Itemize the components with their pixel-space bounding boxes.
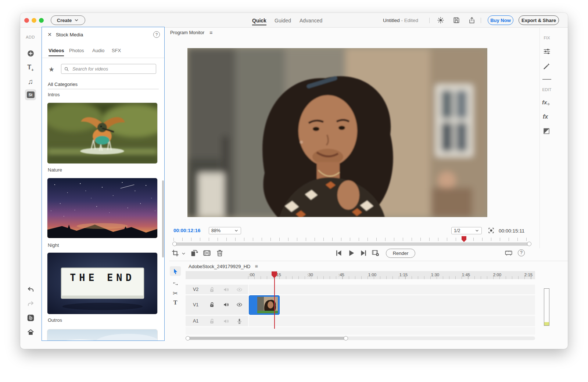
effects-button[interactable]: fx [542,99,553,106]
category-filter[interactable]: All Categories [48,82,78,87]
home-button[interactable] [25,327,36,338]
app-window: Create Quick Guided Advanced Untitled - … [20,13,568,349]
tab-quick[interactable]: Quick [252,18,266,25]
tab-advanced[interactable]: Advanced [300,18,322,24]
transitions-button[interactable] [543,127,550,135]
selection-tool-button[interactable] [170,266,181,276]
create-label: Create [57,18,72,23]
category-label-outros[interactable]: Outros [48,317,62,323]
panel-scrollbar[interactable] [162,180,164,257]
stock-video-thumb-intros[interactable] [47,102,158,164]
zoom-handle-right[interactable] [344,336,348,340]
buy-now-button[interactable]: Buy Now [488,15,513,25]
delete-button[interactable] [216,249,224,257]
share-icon[interactable] [468,17,476,24]
stock-video-thumb-outros[interactable] [47,329,158,341]
rotate-icon [190,249,198,257]
chevron-down-icon[interactable] [181,251,186,256]
current-timecode[interactable]: 00:00:12:16 [173,228,201,233]
video-preview[interactable] [187,48,487,217]
favorites-button[interactable]: ★ [49,65,54,73]
skip-back-button[interactable] [335,249,343,257]
cut-tool-button[interactable]: ✂ [170,288,181,298]
smart-fix-button[interactable] [543,62,551,70]
eye-icon[interactable] [236,302,243,308]
scrubber-right-handle[interactable] [527,242,531,246]
tab-guided[interactable]: Guided [275,18,291,24]
play-button[interactable] [347,249,355,257]
adjust-button[interactable] [543,47,551,55]
eye-icon[interactable] [236,286,243,293]
track-content-a1[interactable] [249,316,535,326]
skip-forward-button[interactable] [359,249,368,257]
audio-meter [544,288,549,326]
applied-effects-button[interactable]: fx [543,113,554,120]
playback-quality-select[interactable]: 1/2 [451,227,482,234]
microphone-icon[interactable] [236,318,243,324]
tab-videos[interactable]: Videos [49,48,64,56]
crop-icon [171,249,179,257]
tab-sfx[interactable]: SFX [112,48,121,53]
timeline-scrollbar-track[interactable] [186,336,535,340]
timeline-ruler[interactable]: :00 :15 :30 :45 1:00 1:15 1:30 1:45 2:00… [186,271,535,279]
organizer-button[interactable] [25,312,36,323]
search-input[interactable] [61,64,156,74]
fix-section-label: FIX [541,36,552,40]
crop-tool-button[interactable] [171,249,179,257]
fullscreen-icon[interactable] [488,227,495,234]
monitor-scrubber-track[interactable] [173,242,529,246]
rotate-tool-button[interactable] [190,249,198,257]
tab-photos[interactable]: Photos [69,48,84,53]
speaker-icon[interactable] [223,302,229,308]
track-content-v1[interactable] [249,295,535,315]
close-window-button[interactable] [24,18,29,23]
redo-button[interactable] [25,298,36,309]
track-content-v2[interactable] [249,285,535,294]
help-button[interactable]: ? [153,31,160,38]
text-tool-button[interactable]: T [170,298,181,307]
panel-menu-icon[interactable]: ≡ [209,30,212,36]
save-icon[interactable] [453,17,460,24]
zoom-handle-left[interactable] [186,336,190,340]
stock-media-button[interactable]: St [25,89,36,100]
undo-button[interactable] [25,284,36,295]
zoom-window-button[interactable] [39,18,44,23]
export-share-button[interactable]: Export & Share [519,15,559,25]
close-panel-button[interactable]: ✕ [46,32,53,38]
monitor-playhead-marker[interactable] [462,236,466,242]
timeline-clip[interactable] [249,295,280,315]
create-button[interactable]: Create [51,15,85,25]
lock-icon[interactable] [209,286,215,293]
lock-icon[interactable] [209,318,215,324]
tab-audio[interactable]: Audio [92,48,104,53]
slip-tool-button[interactable] [170,279,181,288]
add-text-button[interactable]: T+ [25,62,36,73]
kingfisher-image [47,103,157,163]
divider [48,89,159,89]
brightness-icon[interactable] [437,17,444,24]
speaker-icon[interactable] [223,286,229,293]
timeline-help-button[interactable]: ? [518,249,525,256]
zoom-level-select[interactable]: 88% [209,227,241,234]
speaker-icon[interactable] [223,318,229,324]
lock-icon[interactable] [209,302,215,308]
fit-timeline-button[interactable] [505,249,513,257]
add-media-button[interactable] [25,48,36,59]
render-button[interactable]: Render [386,249,415,258]
minimize-window-button[interactable] [32,18,36,23]
filmstrip-button[interactable] [203,249,211,257]
stock-video-thumb-nature[interactable] [47,178,158,238]
category-label-night[interactable]: Night [48,242,59,248]
frame-grab-button[interactable] [372,249,380,257]
category-label-intros[interactable]: Intros [48,92,60,97]
category-label-nature[interactable]: Nature [48,167,62,173]
divider [542,79,551,80]
timeline-menu-icon[interactable]: ≡ [255,263,258,269]
ruler-label: :45 [338,273,344,277]
timeline-scrollbar-thumb[interactable] [187,337,347,340]
scrubber-left-handle[interactable] [172,242,177,246]
stock-video-thumb-night[interactable]: THE END [47,252,158,314]
music-note-icon: ♫ [28,78,33,86]
timeline-empty-strip [186,327,535,335]
add-audio-button[interactable]: ♫ [25,76,36,87]
